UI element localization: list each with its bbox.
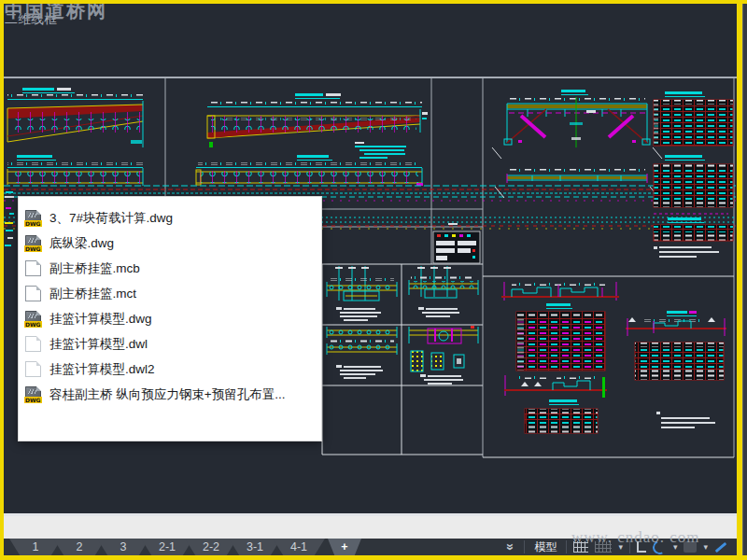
layout-tab-2[interactable]: 2 — [53, 539, 106, 555]
highlight-frame-left — [0, 0, 4, 560]
strip-girder-left — [7, 155, 143, 186]
layout-tab-4-1[interactable]: 4-1 — [273, 539, 325, 555]
file-list-item[interactable]: DWG 3、7#块荷载计算.dwg — [19, 205, 321, 231]
file-type-icon: DWG — [25, 286, 41, 301]
file-name: 挂篮计算模型.dwl — [49, 336, 148, 353]
girder-elevation-mid — [207, 93, 428, 159]
file-list-item[interactable]: DWG 挂篮计算模型.dwl2 — [19, 357, 321, 382]
section-detail-br — [409, 326, 478, 385]
model-space-button[interactable]: 模型 — [531, 539, 559, 555]
file-list-item[interactable]: DWG 底纵梁.dwg — [19, 231, 321, 256]
profile-bottom — [504, 375, 607, 405]
section-detail-tl — [327, 266, 397, 321]
separator — [566, 540, 567, 553]
profile-top — [501, 282, 619, 309]
file-type-icon: DWG — [25, 361, 41, 377]
profile-right — [626, 311, 726, 336]
file-name: 挂篮计算模型.dwg — [49, 311, 152, 328]
site-watermark-bottom: www. cndao. com — [571, 528, 700, 547]
file-list-item[interactable]: DWG 容桂副主桥 纵向预应力钢束+预留孔布置... — [19, 382, 321, 407]
file-name: 副主桥挂篮.mct — [49, 286, 136, 302]
scrollbar-track[interactable] — [742, 0, 743, 560]
file-name: 副主桥挂篮.mcb — [49, 260, 140, 277]
data-table-bottom-small — [525, 409, 598, 433]
legend-mini-table — [433, 223, 480, 263]
data-table-top-right — [654, 91, 733, 146]
highlight-frame-top — [0, 0, 747, 4]
separator — [524, 540, 525, 553]
file-type-icon: DWG — [25, 311, 41, 327]
file-type-icon: DWG — [25, 210, 41, 226]
highlight-frame-right — [737, 0, 742, 560]
file-list-item[interactable]: DWG 挂篮计算模型.dwg — [19, 306, 321, 331]
osnap-dropdown-caret-icon[interactable]: ▾ — [703, 542, 708, 552]
layout-tab-1[interactable]: 1 — [9, 539, 62, 555]
strip-girder-mid — [196, 155, 423, 186]
expand-chevrons-icon[interactable]: » — [504, 540, 517, 553]
dwg-badge: DWG — [24, 321, 42, 328]
data-table-small-right — [654, 214, 733, 258]
data-table-bottom-left-large — [516, 312, 605, 371]
file-list-item[interactable]: DWG 副主桥挂篮.mcb — [19, 256, 321, 281]
truss-elevation — [492, 90, 662, 159]
file-name: 3、7#块荷载计算.dwg — [49, 210, 173, 227]
dwg-badge: DWG — [24, 397, 42, 403]
file-name: 容桂副主桥 纵向预应力钢束+预留孔布置... — [49, 386, 285, 403]
dwg-badge: DWG — [24, 220, 42, 227]
add-layout-tab-button[interactable]: + — [328, 539, 361, 555]
section-detail-bl — [327, 327, 397, 379]
dwg-badge: DWG — [24, 245, 42, 252]
file-name: 挂篮计算模型.dwl2 — [49, 361, 155, 378]
file-list-popup: DWG 3、7#块荷载计算.dwg DWG 底纵梁.dwg DWG 副主桥挂篮.… — [18, 196, 322, 441]
layout-tab-3[interactable]: 3 — [97, 539, 149, 555]
data-table-bottom-right — [635, 343, 724, 380]
file-list-item[interactable]: DWG 副主桥挂篮.mct — [19, 281, 321, 306]
notes-bottom-right — [656, 412, 715, 428]
highlight-frame-bottom — [0, 555, 747, 560]
left-margin-fragments — [5, 191, 14, 246]
file-type-icon: DWG — [25, 260, 41, 276]
layout-tab-2-1[interactable]: 2-1 — [141, 539, 193, 555]
data-table-mid-right — [654, 155, 733, 207]
file-type-icon: DWG — [25, 386, 41, 402]
file-type-icon: DWG — [25, 235, 41, 251]
cad-application-window: 中国道桥网 二维线框 www. cndao. com DWG 3、7#块荷载计算… — [0, 0, 747, 560]
layout-tab-3-1[interactable]: 3-1 — [229, 539, 281, 555]
file-type-icon: DWG — [25, 336, 41, 352]
file-name: 底纵梁.dwg — [49, 235, 114, 252]
layout-tabs: 1 2 3 2-1 2-2 3-1 4-1 + — [4, 539, 353, 555]
file-list-item[interactable]: DWG 挂篮计算模型.dwl — [19, 331, 321, 357]
section-detail-tr — [409, 266, 478, 317]
layout-tab-2-2[interactable]: 2-2 — [185, 539, 237, 555]
annotation-pencil-icon[interactable] — [715, 541, 727, 552]
girder-elevation-left — [7, 88, 143, 147]
